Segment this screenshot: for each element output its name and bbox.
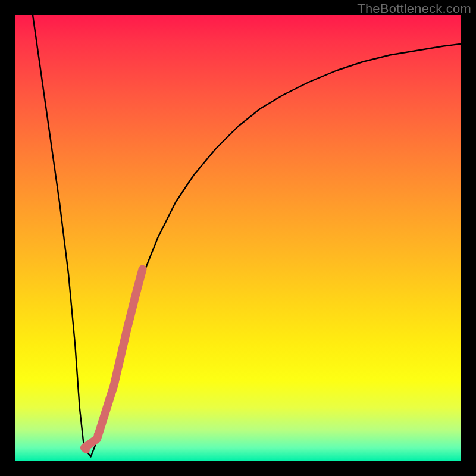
bottleneck-curve bbox=[33, 15, 461, 457]
highlight-segment bbox=[84, 270, 143, 448]
highlight-dot bbox=[94, 431, 101, 438]
highlight-dot bbox=[83, 446, 90, 453]
chart-svg bbox=[15, 15, 461, 461]
plot-area bbox=[15, 15, 461, 461]
chart-frame: TheBottleneck.com bbox=[0, 0, 476, 476]
highlight-dot bbox=[88, 440, 95, 447]
